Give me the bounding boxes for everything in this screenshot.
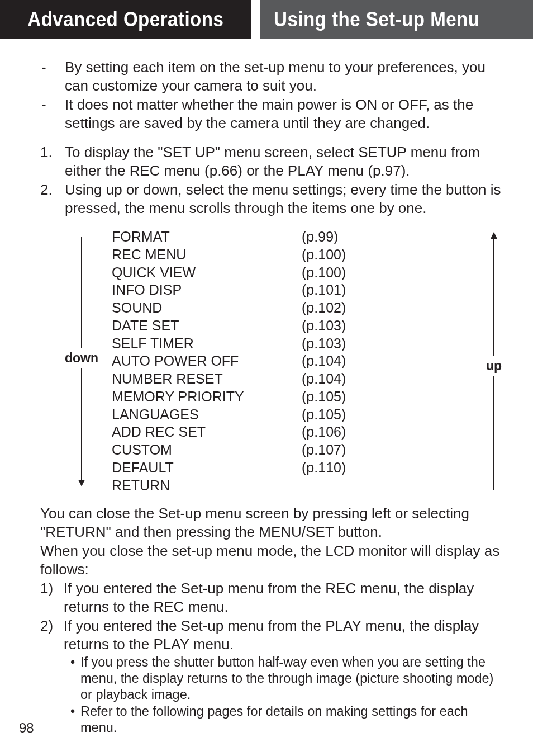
bullet-item: • Refer to the following pages for detai… <box>70 703 502 735</box>
closing-list: 1) If you entered the Set-up menu from t… <box>40 579 502 736</box>
arrow-line <box>493 239 494 356</box>
menu-row: QUICK VIEW(p.100) <box>112 264 476 282</box>
step-item: 1. To display the "SET UP" menu screen, … <box>40 143 502 179</box>
closing-item: 2) If you entered the Set-up menu from t… <box>40 617 502 736</box>
up-label: up <box>486 356 502 376</box>
menu-row: RETURN <box>112 477 476 495</box>
dash-marker: - <box>40 96 65 132</box>
menu-row: SELF TIMER(p.103) <box>112 335 476 353</box>
menu-row: MEMORY PRIORITY(p.105) <box>112 388 476 406</box>
menu-item-name: CUSTOM <box>112 441 302 459</box>
intro-item: - By setting each item on the set-up men… <box>40 58 502 94</box>
menu-item-page: (p.103) <box>302 317 346 335</box>
down-label: down <box>65 348 98 368</box>
menu-item-page: (p.99) <box>302 228 338 246</box>
menu-item-name: SELF TIMER <box>112 335 302 353</box>
menu-item-name: NUMBER RESET <box>112 370 302 388</box>
menu-row: FORMAT(p.99) <box>112 228 476 246</box>
menu-item-page: (p.100) <box>302 246 346 264</box>
step-number: 1. <box>40 143 65 179</box>
closing-number: 2) <box>40 617 64 736</box>
section-title-right: Using the Set-up Menu <box>274 8 479 31</box>
menu-item-name: AUTO POWER OFF <box>112 352 302 370</box>
menu-item-page: (p.110) <box>302 459 346 477</box>
section-title-left: Advanced Operations <box>27 8 223 31</box>
menu-item-page: (p.102) <box>302 299 346 317</box>
bullet-marker: • <box>70 703 80 735</box>
page-number: 98 <box>19 720 34 736</box>
header-gap <box>251 0 260 39</box>
menu-item-page: (p.100) <box>302 264 346 282</box>
arrow-line <box>81 237 82 348</box>
intro-list: - By setting each item on the set-up men… <box>40 58 502 132</box>
bullet-list: • If you press the shutter button half-w… <box>64 654 502 735</box>
menu-item-name: REC MENU <box>112 246 302 264</box>
header-section-right: Using the Set-up Menu <box>260 0 533 39</box>
menu-item-name: INFO DISP <box>112 281 302 299</box>
intro-text: It does not matter whether the main powe… <box>65 96 502 132</box>
step-text: Using up or down, select the menu settin… <box>65 181 502 217</box>
menu-item-page: (p.104) <box>302 370 346 388</box>
step-item: 2. Using up or down, select the menu set… <box>40 181 502 217</box>
closing-item: 1) If you entered the Set-up menu from t… <box>40 579 502 616</box>
menu-item-name: DEFAULT <box>112 459 302 477</box>
closing-text: If you entered the Set-up menu from the … <box>64 579 502 616</box>
menu-item-page: (p.105) <box>302 388 346 406</box>
menu-item-name: FORMAT <box>112 228 302 246</box>
menu-diagram: down FORMAT(p.99) REC MENU(p.100) QUICK … <box>65 228 502 494</box>
menu-row: SOUND(p.102) <box>112 299 476 317</box>
menu-row: LANGUAGES(p.105) <box>112 406 476 424</box>
header-bar: Advanced Operations Using the Set-up Men… <box>0 0 533 39</box>
menu-items-table: FORMAT(p.99) REC MENU(p.100) QUICK VIEW(… <box>98 228 486 494</box>
menu-row: ADD REC SET(p.106) <box>112 423 476 441</box>
menu-item-page: (p.103) <box>302 335 346 353</box>
closing-paragraph-1: You can close the Set-up menu screen by … <box>40 504 502 541</box>
up-arrow-column: up <box>486 232 502 490</box>
steps-list: 1. To display the "SET UP" menu screen, … <box>40 143 502 217</box>
menu-item-page: (p.104) <box>302 352 346 370</box>
bullet-text: If you press the shutter button half-way… <box>80 654 502 702</box>
menu-row: AUTO POWER OFF(p.104) <box>112 352 476 370</box>
intro-item: - It does not matter whether the main po… <box>40 96 502 132</box>
menu-row: DEFAULT(p.110) <box>112 459 476 477</box>
arrow-up-icon <box>491 232 497 239</box>
intro-text: By setting each item on the set-up menu … <box>65 58 502 94</box>
arrow-line <box>493 376 494 490</box>
menu-item-name: MEMORY PRIORITY <box>112 388 302 406</box>
menu-item-name: SOUND <box>112 299 302 317</box>
menu-item-name: RETURN <box>112 477 302 495</box>
step-text: To display the "SET UP" menu screen, sel… <box>65 143 502 179</box>
menu-item-page: (p.106) <box>302 423 346 441</box>
bullet-marker: • <box>70 654 80 702</box>
dash-marker: - <box>40 58 65 94</box>
content-area: - By setting each item on the set-up men… <box>0 42 533 737</box>
step-number: 2. <box>40 181 65 217</box>
closing-text: If you entered the Set-up menu from the … <box>64 617 479 653</box>
menu-item-page: (p.107) <box>302 441 346 459</box>
menu-row: INFO DISP(p.101) <box>112 281 476 299</box>
closing-paragraph-2: When you close the set-up menu mode, the… <box>40 542 502 578</box>
menu-item-page: (p.105) <box>302 406 346 424</box>
closing-item-body: If you entered the Set-up menu from the … <box>64 617 502 736</box>
menu-row: NUMBER RESET(p.104) <box>112 370 476 388</box>
menu-item-name: ADD REC SET <box>112 423 302 441</box>
header-section-left: Advanced Operations <box>0 0 251 39</box>
bullet-item: • If you press the shutter button half-w… <box>70 654 502 702</box>
down-arrow-column: down <box>65 237 98 486</box>
bullet-text: Refer to the following pages for details… <box>80 703 502 735</box>
menu-item-page: (p.101) <box>302 281 346 299</box>
closing-number: 1) <box>40 579 64 616</box>
arrow-line <box>81 368 82 480</box>
menu-row: CUSTOM(p.107) <box>112 441 476 459</box>
menu-item-name: LANGUAGES <box>112 406 302 424</box>
menu-item-name: DATE SET <box>112 317 302 335</box>
menu-item-name: QUICK VIEW <box>112 264 302 282</box>
menu-row: DATE SET(p.103) <box>112 317 476 335</box>
arrow-down-icon <box>78 480 85 486</box>
menu-row: REC MENU(p.100) <box>112 246 476 264</box>
